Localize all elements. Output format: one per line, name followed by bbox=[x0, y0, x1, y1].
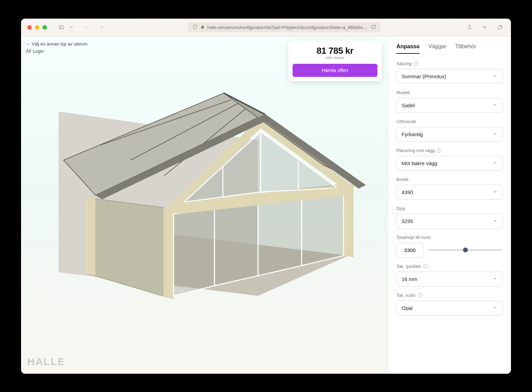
label-height: Totalhöjd till nock bbox=[396, 235, 503, 240]
slider-thumb[interactable] bbox=[463, 248, 468, 252]
select-style[interactable]: Fyrkantig bbox=[396, 127, 503, 142]
chevron-down-icon bbox=[493, 73, 497, 79]
height-input[interactable] bbox=[396, 243, 423, 258]
forward-button[interactable] bbox=[97, 23, 107, 31]
svg-marker-12 bbox=[164, 206, 174, 299]
svg-rect-0 bbox=[59, 26, 63, 29]
content-area: ← Välj en annan typ av uterum ÅF Login 8… bbox=[21, 37, 511, 374]
share-icon[interactable] bbox=[465, 23, 474, 31]
info-icon[interactable]: i bbox=[423, 264, 428, 269]
back-button[interactable] bbox=[81, 23, 91, 31]
house-render bbox=[42, 81, 367, 343]
info-icon[interactable]: i bbox=[418, 293, 423, 298]
tab-tillbehor[interactable]: Tillbehör bbox=[455, 43, 476, 54]
chevron-down-icon bbox=[493, 218, 497, 224]
select-depth-value: 3295 bbox=[402, 218, 413, 224]
select-placement[interactable]: Mot bakre vägg bbox=[396, 156, 503, 171]
label-style: Utförande bbox=[396, 119, 503, 124]
maximize-window-button[interactable] bbox=[42, 25, 47, 30]
field-roof-thickness: Tak, tjocklek i 16 mm bbox=[396, 264, 503, 287]
select-season-value: Sommar (Primolux) bbox=[402, 73, 446, 79]
select-width-value: 4390 bbox=[402, 189, 413, 195]
titlebar: halle.se/uterumskonfigurator/rita?pid=P4… bbox=[21, 19, 511, 37]
info-icon[interactable]: i bbox=[437, 148, 442, 153]
select-roof-thickness-value: 16 mm bbox=[402, 276, 417, 282]
tab-anpassa[interactable]: Anpassa bbox=[396, 43, 420, 54]
svg-marker-11 bbox=[86, 197, 96, 275]
chevron-down-icon bbox=[493, 131, 497, 137]
select-style-value: Fyrkantig bbox=[402, 131, 423, 137]
chevron-down-icon[interactable] bbox=[69, 23, 74, 31]
brand-logo: HALLE bbox=[27, 356, 65, 368]
nav-arrows bbox=[81, 23, 107, 31]
viewer-panel: ← Välj en annan typ av uterum ÅF Login 8… bbox=[21, 37, 388, 374]
chevron-down-icon bbox=[493, 189, 497, 195]
lock-icon bbox=[200, 25, 205, 30]
close-window-button[interactable] bbox=[27, 25, 32, 30]
svg-marker-18 bbox=[302, 193, 343, 265]
label-depth: Djup bbox=[396, 206, 503, 211]
af-login-link[interactable]: ÅF Login bbox=[26, 49, 88, 54]
select-roof-color[interactable]: Opal bbox=[396, 301, 503, 315]
new-tab-icon[interactable] bbox=[480, 23, 490, 31]
select-season[interactable]: Sommar (Primolux) bbox=[396, 69, 503, 84]
choose-other-type-label: Välj en annan typ av uterum bbox=[32, 41, 88, 47]
viewer-top-links: ← Välj en annan typ av uterum ÅF Login bbox=[26, 41, 88, 54]
height-row bbox=[396, 243, 503, 258]
svg-marker-16 bbox=[215, 203, 258, 285]
tab-vaggar[interactable]: Väggar bbox=[428, 43, 446, 54]
height-slider[interactable] bbox=[428, 249, 503, 251]
price-subtitle: inkl. moms bbox=[293, 56, 377, 60]
info-icon[interactable]: i bbox=[414, 61, 418, 66]
label-season: Säsong i bbox=[396, 61, 503, 66]
browser-window: halle.se/uterumskonfigurator/rita?pid=P4… bbox=[21, 19, 511, 374]
svg-marker-17 bbox=[258, 198, 302, 275]
chevron-down-icon bbox=[493, 276, 497, 282]
select-roof-thickness[interactable]: 16 mm bbox=[396, 272, 503, 287]
select-placement-value: Mot bakre vägg bbox=[402, 160, 437, 166]
refresh-icon[interactable] bbox=[371, 24, 376, 30]
select-depth[interactable]: 3295 bbox=[396, 214, 503, 229]
label-roof-color: Tak, kulör i bbox=[396, 293, 503, 298]
select-roof-color-value: Opal bbox=[402, 305, 413, 311]
select-width[interactable]: 4390 bbox=[396, 185, 503, 200]
chevron-down-icon bbox=[493, 160, 497, 166]
url-text: halle.se/uterumskonfigurator/rita?pid=P4… bbox=[207, 25, 368, 30]
chevron-down-icon bbox=[493, 102, 497, 108]
field-model: Modell Sadel bbox=[396, 90, 503, 113]
sidebar-toggle-group bbox=[57, 23, 74, 31]
label-placement: Placering mot vägg i bbox=[396, 148, 503, 153]
field-depth: Djup 3295 bbox=[396, 206, 503, 229]
chevron-down-icon bbox=[493, 305, 497, 311]
arrow-left-icon: ← bbox=[26, 41, 30, 47]
field-roof-color: Tak, kulör i Opal bbox=[396, 293, 503, 315]
price-value: 81 785 kr bbox=[293, 46, 377, 56]
price-card: 81 785 kr inkl. moms Hämta offert bbox=[288, 41, 382, 81]
privacy-shield-icon[interactable] bbox=[193, 24, 198, 30]
field-season: Säsong i Sommar (Primolux) bbox=[396, 61, 503, 84]
select-model[interactable]: Sadel bbox=[396, 98, 503, 113]
toolbar-right bbox=[465, 23, 505, 31]
address-bar-wrap: halle.se/uterumskonfigurator/rita?pid=P4… bbox=[112, 22, 456, 32]
field-height: Totalhöjd till nock bbox=[396, 235, 503, 258]
label-model: Modell bbox=[396, 90, 503, 95]
model-3d-view[interactable] bbox=[42, 81, 367, 343]
field-placement: Placering mot vägg i Mot bakre vägg bbox=[396, 148, 503, 171]
choose-other-type-link[interactable]: ← Välj en annan typ av uterum bbox=[26, 41, 88, 47]
field-width: Bredd 4390 bbox=[396, 177, 503, 200]
sidebar-toggle-icon[interactable] bbox=[57, 23, 66, 31]
tabs-overview-icon[interactable] bbox=[495, 23, 505, 31]
get-quote-button[interactable]: Hämta offert bbox=[293, 64, 377, 77]
window-controls bbox=[27, 25, 47, 30]
minimize-window-button[interactable] bbox=[35, 25, 39, 30]
label-roof-thickness: Tak, tjocklek i bbox=[396, 264, 503, 269]
svg-marker-13 bbox=[344, 184, 354, 257]
config-sidebar: Anpassa Väggar Tillbehör Säsong i Sommar… bbox=[388, 37, 511, 374]
label-width: Bredd bbox=[396, 177, 503, 182]
svg-marker-15 bbox=[174, 209, 215, 296]
config-tabs: Anpassa Väggar Tillbehör bbox=[396, 37, 503, 54]
select-model-value: Sadel bbox=[402, 102, 415, 108]
address-bar[interactable]: halle.se/uterumskonfigurator/rita?pid=P4… bbox=[188, 22, 381, 32]
svg-marker-9 bbox=[128, 203, 168, 297]
field-style: Utförande Fyrkantig bbox=[396, 119, 503, 142]
